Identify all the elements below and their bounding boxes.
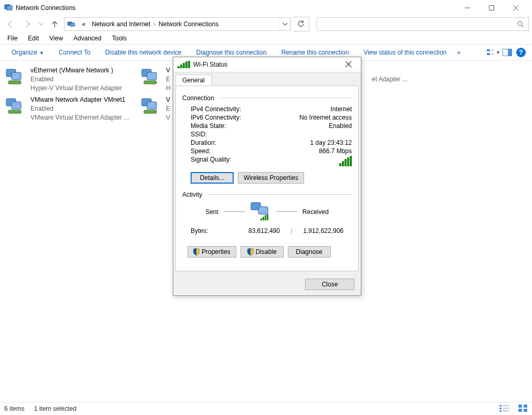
adapter-name — [372, 66, 408, 75]
ipv6-value: No Internet access — [299, 114, 352, 121]
svg-rect-33 — [263, 217, 264, 220]
signal-bars-icon — [339, 156, 352, 166]
titlebar: Network Connections — [0, 0, 532, 16]
bytes-label: Bytes: — [191, 227, 239, 235]
view-details-icon[interactable] — [499, 405, 509, 413]
cmd-connect[interactable]: Connect To — [51, 47, 98, 58]
address-dropdown[interactable] — [279, 18, 290, 30]
network-adapter-icon — [5, 95, 26, 116]
adapter-status: E — [166, 75, 171, 84]
activity-icon — [250, 201, 271, 222]
navbar: « Network and Internet › Network Connect… — [0, 16, 532, 33]
dialog-titlebar[interactable]: Wi-Fi Status — [173, 57, 361, 72]
status-bar: 6 items 1 item selected — [0, 402, 532, 415]
ipv4-value: Internet — [330, 105, 352, 113]
svg-rect-15 — [508, 49, 512, 56]
preview-pane-button[interactable] — [500, 46, 514, 59]
refresh-button[interactable] — [293, 17, 309, 31]
dialog-close-button[interactable] — [341, 58, 357, 71]
menubar: File Edit View Advanced Tools — [0, 33, 532, 44]
svg-rect-17 — [12, 72, 21, 80]
status-selected-count: 1 item selected — [34, 405, 77, 412]
menu-file[interactable]: File — [2, 34, 23, 43]
adapter-name: V — [166, 95, 170, 104]
svg-point-8 — [518, 22, 522, 26]
svg-rect-21 — [144, 81, 157, 84]
close-dialog-button[interactable]: Close — [305, 279, 354, 290]
adapter-item[interactable]: VMware Network Adapter VMnet1 Enabled VM… — [3, 94, 139, 124]
shield-icon — [193, 248, 200, 256]
svg-rect-7 — [70, 23, 75, 26]
recent-dropdown[interactable] — [37, 17, 45, 31]
svg-line-9 — [521, 25, 524, 27]
diagnose-button[interactable]: Diagnose — [288, 246, 331, 258]
speed-value: 866.7 Mbps — [319, 147, 352, 155]
svg-rect-45 — [524, 409, 527, 412]
adapter-desc: H — [166, 84, 171, 93]
back-button[interactable] — [3, 17, 18, 31]
menu-edit[interactable]: Edit — [23, 34, 44, 43]
forward-button[interactable] — [20, 17, 35, 31]
adapter-item[interactable]: vEthernet (VMware Network ) Enabled Hype… — [3, 65, 139, 94]
svg-rect-35 — [267, 214, 268, 220]
menu-advanced[interactable]: Advanced — [68, 34, 107, 43]
svg-rect-38 — [499, 410, 502, 412]
shield-icon — [247, 248, 254, 256]
breadcrumb-1[interactable]: Network and Internet — [89, 20, 153, 28]
breadcrumb-2[interactable]: Network Connections — [155, 20, 222, 28]
details-button[interactable]: Details... — [191, 172, 234, 184]
svg-rect-31 — [258, 207, 268, 214]
menu-view[interactable]: View — [44, 34, 68, 43]
adapter-desc: et Adapter ... — [372, 75, 408, 84]
adapter-name: vEthernet (VMware Network ) — [30, 66, 122, 75]
up-button[interactable] — [47, 17, 62, 31]
svg-rect-32 — [260, 218, 262, 220]
adapter-status: Enabled — [30, 104, 129, 113]
wireless-properties-button[interactable]: Wireless Properties — [238, 172, 304, 184]
svg-rect-3 — [489, 6, 494, 10]
signal-label: Signal Quality: — [191, 156, 231, 166]
properties-button[interactable]: Properties — [187, 246, 236, 258]
close-button[interactable] — [504, 0, 528, 16]
help-button[interactable]: ? — [514, 46, 528, 59]
wifi-icon — [178, 61, 190, 68]
media-value: Enabled — [329, 122, 352, 130]
view-large-icon[interactable] — [518, 405, 528, 413]
sent-label: Sent — [205, 208, 218, 216]
duration-label: Duration: — [191, 139, 216, 146]
address-bar[interactable]: « Network and Internet › Network Connect… — [64, 17, 291, 31]
search-box[interactable] — [317, 17, 529, 31]
dialog-title: Wi-Fi Status — [193, 61, 227, 68]
group-activity-label: Activity — [182, 191, 202, 198]
svg-rect-37 — [499, 408, 502, 409]
cmd-organize[interactable]: Organize▼ — [4, 47, 51, 58]
svg-rect-10 — [487, 49, 490, 51]
tab-general[interactable]: General — [175, 75, 212, 86]
adapter-status: E — [166, 104, 170, 113]
network-adapter-icon — [141, 95, 162, 116]
disable-button[interactable]: Disable — [241, 246, 284, 258]
svg-rect-43 — [524, 405, 527, 408]
wifi-status-dialog: Wi-Fi Status General Connection IPv4 Con… — [173, 57, 361, 296]
location-icon — [65, 18, 79, 30]
maximize-button[interactable] — [479, 0, 504, 16]
search-icon — [517, 20, 524, 28]
bytes-sent-value: 83,612,490 — [239, 227, 288, 235]
group-connection-label: Connection — [182, 94, 214, 102]
network-adapter-icon — [5, 66, 26, 87]
minimize-button[interactable] — [455, 0, 479, 16]
svg-rect-44 — [518, 409, 522, 412]
adapter-desc: V — [166, 113, 170, 122]
menu-tools[interactable]: Tools — [107, 34, 132, 43]
app-icon — [4, 3, 13, 13]
breadcrumb-pre[interactable]: « — [79, 20, 89, 28]
tab-page-general: Connection IPv4 Connectivity:Internet IP… — [175, 86, 359, 271]
svg-rect-42 — [518, 405, 522, 408]
adapter-desc: Hyper-V Virtual Ethernet Adapter — [30, 84, 122, 93]
cmd-viewstatus[interactable]: View status of this connection — [356, 47, 454, 58]
media-label: Media State: — [191, 122, 226, 130]
cmd-more[interactable]: » — [454, 47, 464, 58]
svg-rect-27 — [144, 110, 157, 113]
svg-rect-23 — [12, 102, 21, 109]
view-options-button[interactable]: ▼ — [487, 46, 500, 59]
